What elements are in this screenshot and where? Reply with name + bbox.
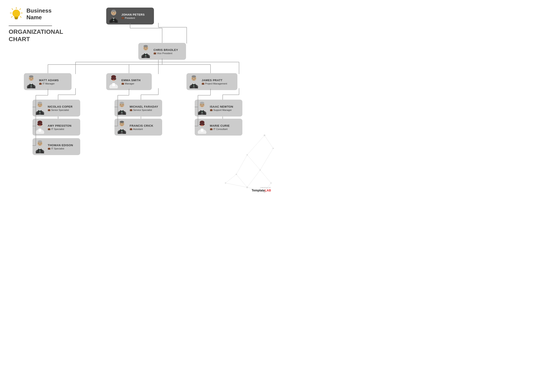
briefcase-icon-thoman: 💼 — [48, 147, 50, 150]
svg-line-21 — [226, 183, 247, 187]
svg-point-166 — [38, 140, 42, 143]
svg-point-103 — [192, 78, 193, 78]
svg-point-148 — [123, 123, 123, 124]
briefcase-icon-michael: 💼 — [130, 109, 132, 111]
avatar-james-pratt — [188, 75, 199, 88]
svg-point-139 — [41, 123, 41, 124]
svg-point-131 — [203, 104, 204, 105]
briefcase-icon-matt: 💼 — [39, 82, 42, 85]
svg-point-25 — [247, 154, 248, 156]
svg-point-24 — [272, 148, 274, 149]
svg-point-149 — [120, 121, 124, 123]
card-amy-presston: AMY PRESSTON 💼 IT Specialist — [33, 119, 80, 135]
svg-point-165 — [41, 143, 41, 144]
svg-line-6 — [20, 16, 21, 17]
avatar-vp — [140, 45, 151, 58]
svg-point-94 — [112, 78, 113, 78]
briefcase-icon-nicolas: 💼 — [48, 109, 50, 111]
svg-point-7 — [13, 10, 20, 17]
avatar-matt-adams — [26, 75, 37, 88]
svg-point-130 — [201, 104, 201, 105]
svg-point-113 — [41, 104, 41, 105]
svg-point-157 — [201, 125, 203, 126]
chart-title: ORGANIZATIONAL CHART — [9, 28, 63, 43]
svg-point-138 — [39, 123, 39, 124]
briefcase-icon-vp: 💼 — [153, 52, 156, 54]
svg-point-30 — [270, 182, 272, 184]
card-isaac-newton: ISAAC NEWTON 💼 Support Manager — [195, 100, 242, 116]
svg-rect-8 — [14, 17, 18, 18]
card-james-pratt: JAMES PRATT 💼 Project Management — [186, 73, 237, 90]
svg-line-3 — [12, 9, 13, 9]
svg-rect-135 — [39, 129, 41, 132]
svg-point-132 — [200, 102, 204, 104]
avatar-thoman — [34, 140, 45, 153]
svg-point-70 — [111, 10, 116, 12]
svg-line-20 — [226, 174, 236, 183]
briefcase-icon-isaac: 💼 — [210, 109, 212, 111]
logo-area: Business Name — [9, 7, 51, 22]
svg-point-78 — [146, 48, 147, 48]
card-michael-faraday: MICHAEL FARADAY 💼 Service Specialist — [115, 100, 162, 116]
svg-point-122 — [123, 104, 123, 105]
briefcase-icon-amy: 💼 — [48, 128, 50, 130]
card-marie-curie: MARIE CURIE 💼 IT Consultant — [195, 119, 242, 135]
svg-point-123 — [120, 102, 124, 104]
svg-point-23 — [264, 135, 265, 136]
avatar-nicolas — [34, 101, 45, 115]
card-emma-smith: EMMA SMITH 💼 Manager — [106, 73, 152, 90]
svg-line-16 — [247, 170, 260, 187]
avatar-isaac — [197, 101, 208, 115]
svg-point-121 — [121, 104, 121, 105]
svg-point-88 — [29, 75, 33, 78]
briefcase-icon-francis: 💼 — [130, 128, 132, 130]
svg-point-31 — [225, 182, 226, 184]
avatar-amy — [34, 121, 45, 134]
svg-point-155 — [201, 123, 201, 124]
svg-point-105 — [192, 75, 196, 78]
svg-line-19 — [260, 170, 271, 183]
card-nicolas-coper: NICOLAS COPER 💼 Senior Specialist — [33, 100, 80, 116]
svg-line-5 — [11, 16, 12, 17]
logo-divider — [9, 26, 52, 26]
card-president: JOHAN PETERS 💼 President — [106, 7, 154, 24]
briefcase-icon-marie: 💼 — [210, 128, 212, 130]
svg-point-69 — [115, 12, 115, 13]
svg-line-11 — [247, 135, 264, 155]
card-thoman-edison: THOMAN EDISON 💼 IT Specialist — [33, 138, 80, 155]
card-francis-crick: FRANCIS CRICK 💼 Asisstant — [115, 119, 162, 135]
svg-point-114 — [38, 102, 42, 104]
briefcase-icon: 💼 — [121, 17, 124, 19]
svg-point-96 — [113, 79, 115, 80]
card-matt-adams: MATT ADAMS 💼 IT Manager — [24, 73, 72, 90]
svg-line-12 — [264, 135, 273, 148]
svg-rect-10 — [15, 19, 18, 19]
svg-point-140 — [39, 125, 41, 126]
svg-point-87 — [32, 78, 33, 78]
bulb-icon — [9, 7, 24, 22]
svg-rect-91 — [112, 83, 115, 86]
svg-rect-152 — [201, 129, 203, 132]
avatar-francis — [116, 121, 127, 134]
svg-line-15 — [260, 148, 273, 170]
briefcase-icon-emma: 💼 — [121, 82, 124, 85]
svg-rect-9 — [15, 18, 18, 19]
card-vp: CHRIS BRADLEY 💼 Vice President — [138, 43, 186, 60]
svg-point-95 — [115, 78, 115, 78]
svg-point-147 — [121, 123, 121, 124]
svg-point-26 — [260, 169, 261, 171]
svg-point-156 — [203, 123, 204, 124]
watermark: CREATED BY TemplateLAB — [252, 187, 271, 192]
avatar-emma-smith — [108, 75, 119, 88]
avatar-marie — [197, 121, 208, 134]
svg-point-86 — [30, 78, 30, 78]
avatar-michael — [116, 101, 127, 115]
briefcase-icon-james: 💼 — [202, 82, 204, 85]
avatar-president — [108, 9, 119, 23]
svg-point-79 — [144, 45, 148, 47]
business-name: Business Name — [26, 7, 51, 21]
svg-point-104 — [195, 78, 195, 78]
svg-point-77 — [144, 48, 145, 48]
svg-point-27 — [236, 174, 237, 175]
svg-point-28 — [246, 186, 248, 188]
